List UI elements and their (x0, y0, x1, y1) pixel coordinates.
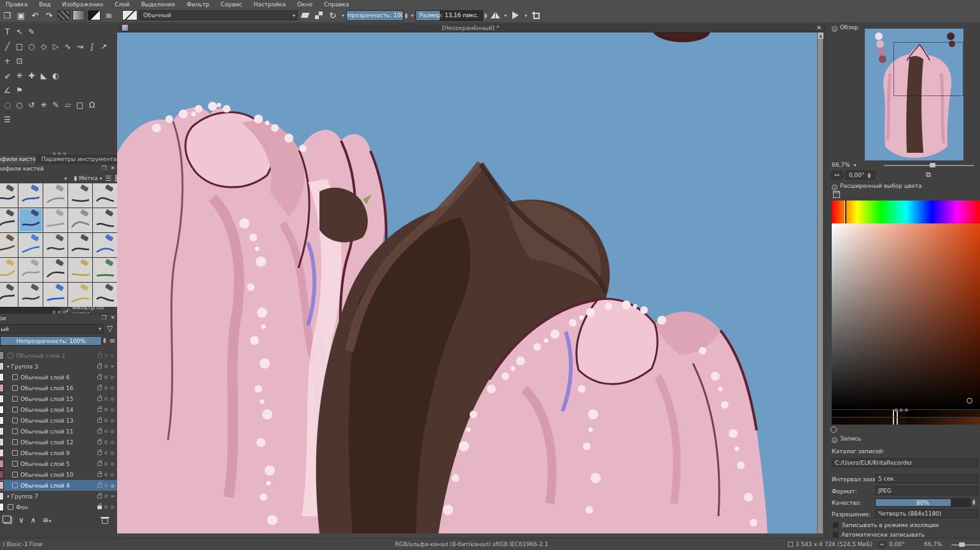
gradient-tool-icon[interactable]: ◐ (50, 68, 62, 83)
layer-properties-icon[interactable]: ◎ (110, 504, 115, 510)
layer-row[interactable]: Обычный слой 14α◎ (0, 404, 117, 415)
chevron-down-icon[interactable]: ▾ (97, 176, 104, 181)
open-file-icon[interactable]: ❒ (0, 10, 14, 21)
transform-tool-icon[interactable]: ↖ (13, 24, 25, 39)
lock-layer-icon[interactable] (97, 441, 102, 444)
lock-layer-icon[interactable] (97, 484, 102, 488)
layer-properties-icon[interactable]: ◎ (110, 439, 115, 445)
float-docker-icon[interactable]: ❐ (101, 165, 106, 171)
layer-properties-icon[interactable]: ◎ (110, 374, 115, 380)
document-titlebar[interactable]: [Несохранённый] * ✕ (117, 24, 825, 32)
alpha-lock-icon[interactable]: α (104, 439, 108, 445)
alpha-lock-icon[interactable]: α (104, 418, 108, 423)
assistants-tool-icon[interactable]: ✳ (13, 68, 25, 83)
layer-row[interactable]: Обычный слой 12α◎ (0, 437, 117, 448)
saturation-value-square[interactable] (832, 223, 980, 409)
menu-item-окно[interactable]: Окно (291, 1, 318, 8)
lock-layer-icon[interactable] (97, 430, 102, 434)
rotation-value-field[interactable]: 0,00° ▲▼ (846, 171, 875, 180)
smart-patch-tool-icon[interactable]: ✚ (25, 68, 38, 83)
scroll-up-icon[interactable]: ▲ (818, 32, 823, 39)
undo-icon[interactable]: ↶ (28, 10, 42, 21)
lock-layer-icon[interactable] (97, 419, 102, 423)
move-tool-icon[interactable]: + (1, 53, 13, 68)
layer-properties-icon[interactable]: ≡▾ (43, 516, 52, 525)
canvas-rotation-value[interactable]: 0,00° (889, 541, 905, 547)
trim-canvas-icon[interactable] (529, 10, 543, 21)
menu-item-сервис[interactable]: Сервис (215, 1, 248, 8)
layer-properties-icon[interactable]: ◎ (110, 450, 115, 456)
menu-item-изображение[interactable]: Изображение (57, 1, 109, 8)
freehand-select-tool-icon[interactable]: ✎ (50, 97, 62, 112)
ellipse-tool-icon[interactable]: ○ (25, 39, 38, 53)
group-expand-icon[interactable]: ▾ (7, 494, 10, 499)
layer-properties-icon[interactable]: ◕ (110, 483, 115, 488)
brush-preset-tile[interactable] (68, 233, 92, 257)
layer-row[interactable]: Обычный слой 11α◎ (0, 426, 117, 437)
docker-collapse-icon[interactable]: ∨ (832, 437, 837, 443)
float-docker-icon[interactable]: ❐ (101, 314, 106, 321)
reference-images-tool-icon[interactable]: ⚑ (13, 83, 25, 97)
eraser-mode-icon[interactable] (296, 10, 314, 21)
layer-properties-icon[interactable]: ◎ (110, 418, 115, 423)
close-docker-icon[interactable]: ✕ (110, 165, 115, 171)
close-docker-icon[interactable]: ✕ (110, 314, 115, 321)
color-sampler-tool-icon[interactable]: ⇙ (1, 68, 13, 83)
measure-tool-icon[interactable]: ∠ (1, 83, 13, 97)
list-view-icon[interactable]: ☰ (105, 174, 111, 183)
layer-properties-icon[interactable]: ◎ (110, 385, 115, 391)
move-layer-up-icon[interactable]: ∧ (31, 516, 36, 525)
rotation-reset-icon[interactable]: ↤ (830, 171, 843, 180)
menu-item-правка[interactable]: Правка (0, 1, 33, 8)
reload-preset-icon[interactable]: ↻ (326, 10, 340, 21)
workspace-chooser-icon[interactable]: ≋ (102, 10, 116, 21)
layer-properties-icon[interactable]: ≡ (110, 493, 115, 499)
wrap-around-icon[interactable] (508, 10, 522, 21)
outline-select-tool-icon[interactable]: ○ (13, 97, 25, 112)
recorder-dir-field[interactable]: C:/Users/ELK/KritaRecorder (832, 458, 978, 467)
brush-preset-tile[interactable] (93, 258, 117, 282)
add-layer-icon[interactable] (4, 517, 12, 524)
layer-opacity-spinner[interactable]: ▲▼ (102, 337, 108, 343)
recorder-quality-slider[interactable]: 80% (875, 498, 970, 507)
shade-selector-row2[interactable] (832, 418, 980, 425)
redo-icon[interactable]: ↷ (42, 10, 56, 21)
layer-properties-icon[interactable]: ◎ (110, 396, 115, 402)
brush-preset-tile[interactable] (43, 208, 67, 232)
crop-tool-icon[interactable]: ⊡ (13, 53, 25, 68)
brush-preset-tile[interactable] (0, 183, 18, 208)
chevron-down-icon[interactable]: ▾ (62, 176, 69, 181)
brush-preset-tile[interactable] (68, 208, 92, 232)
docker-collapse-icon[interactable]: ∨ (832, 26, 837, 32)
alpha-lock-icon[interactable]: α (104, 385, 108, 391)
ellipse-select-tool-icon[interactable]: ◌ (1, 97, 13, 112)
zoom-slider[interactable] (951, 544, 980, 546)
layer-row[interactable]: Обычный слой 6α◎ (0, 372, 117, 383)
tab-tool-options[interactable]: Параметры инструмента (36, 155, 117, 164)
lock-layer-icon[interactable] (97, 495, 102, 498)
polygon-tool-icon[interactable]: ◇ (38, 39, 50, 53)
lock-layer-icon[interactable] (97, 505, 102, 509)
brush-preset-tile[interactable] (0, 258, 18, 282)
alpha-lock-icon[interactable]: α (104, 472, 108, 477)
brush-preset-tile[interactable] (93, 233, 117, 257)
menu-item-настройка[interactable]: Настройка (248, 1, 292, 8)
preserve-alpha-icon[interactable] (312, 10, 326, 21)
brush-preset-tile[interactable] (0, 208, 18, 232)
layer-row[interactable]: ▾Группа 3α≡ (0, 361, 117, 372)
save-file-icon[interactable]: ▣ (14, 10, 28, 21)
layer-row[interactable]: ▾Группа 7α≡ (0, 491, 117, 502)
brush-preset-tile[interactable] (68, 183, 92, 208)
layer-opacity-slider[interactable]: Непрозрачность: 100% (0, 336, 102, 346)
similar-select-tool-icon[interactable]: ✳ (38, 97, 50, 112)
brush-preset-tile[interactable] (43, 258, 67, 282)
alpha-lock-icon[interactable]: α (104, 407, 108, 412)
size-slider[interactable]: Размер: 13,16 пикс. (416, 10, 483, 21)
recorder-resolution-dropdown[interactable]: Четверть (884x1180) (875, 509, 978, 518)
overview-zoom-value[interactable]: 66,7% ▾ (832, 162, 858, 168)
brush-preset-tile[interactable] (68, 283, 92, 307)
rect-select-tool-icon[interactable]: □ (74, 97, 86, 112)
alpha-lock-icon[interactable]: α (104, 461, 108, 467)
magnetic-select-tool-icon[interactable]: Ω (86, 97, 98, 112)
polyline-tool-icon[interactable]: ▷ (50, 39, 62, 53)
